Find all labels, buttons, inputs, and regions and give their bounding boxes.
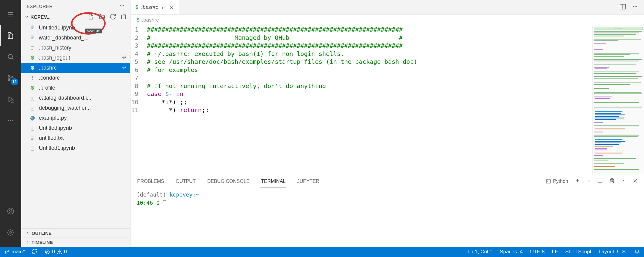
svg-rect-26 [31,27,34,28]
svg-rect-78 [594,82,641,83]
errors-warnings[interactable]: 0 0 [45,249,67,255]
svg-rect-58 [594,31,642,32]
file-item[interactable]: $.profile [21,83,130,93]
trash-icon[interactable] [609,178,615,185]
svg-rect-107 [594,155,603,156]
code-line-content: case $- in [147,90,183,98]
line-number: 2 [130,34,147,41]
file-type-icon [29,95,36,101]
more-actions-icon[interactable] [119,3,125,9]
run-debug-icon[interactable] [0,89,21,110]
indentation[interactable]: Spaces: 4 [500,249,523,255]
file-name: example.py [39,115,67,121]
file-item[interactable]: example.py [21,113,130,123]
svg-rect-93 [594,122,603,123]
terminal-selector[interactable]: Python [546,179,568,184]
svg-rect-112 [594,169,639,170]
split-terminal-icon[interactable] [597,178,603,185]
explorer-icon[interactable] [0,25,21,46]
svg-rect-88 [595,113,621,114]
file-item[interactable]: !.condarc [21,73,130,83]
timeline-section[interactable]: TIMELINE [21,238,130,247]
file-name: .bash_history [39,45,71,51]
tab-debug-console[interactable]: DEBUG CONSOLE [207,176,250,187]
svg-rect-69 [594,59,642,60]
error-icon [45,249,50,255]
svg-point-7 [12,77,13,78]
file-item[interactable]: untitled.txt [21,133,130,143]
account-icon[interactable] [0,200,21,222]
eol[interactable]: LF [552,249,558,255]
svg-rect-85 [594,102,639,103]
modified-arrow-icon [161,5,166,10]
close-panel-icon[interactable] [632,178,638,185]
file-item[interactable]: water_dashboard_... [21,33,130,43]
language-mode[interactable]: Shell Script [565,249,591,255]
folder-header[interactable]: KCPEV... [21,12,130,22]
svg-point-121 [5,253,6,254]
collapse-all-icon[interactable] [120,13,127,21]
file-item[interactable]: Untitled1.ipynb [21,23,130,33]
tab-problems[interactable]: PROBLEMS [137,176,165,187]
line-number: 1 [130,26,147,33]
more-tab-actions-icon[interactable] [632,4,638,11]
tab-terminal[interactable]: TERMINAL [260,176,286,187]
svg-point-18 [123,5,124,6]
svg-rect-102 [595,144,619,145]
new-file-icon[interactable] [88,13,94,21]
svg-rect-70 [594,61,639,62]
modified-arrow-icon [122,65,127,71]
file-name: .profile [39,85,55,91]
editor-tab-bashrc[interactable]: $ .bashrc [130,0,179,14]
menu-icon[interactable] [0,4,21,25]
close-icon[interactable] [169,5,174,10]
tab-bar: $ .bashrc [130,0,644,15]
breadcrumb[interactable]: $ .bashrc [130,15,644,26]
file-item[interactable]: $.bashrc [21,63,130,73]
more-icon[interactable] [0,110,21,131]
code-editor[interactable]: 1#######################################… [130,26,592,174]
file-type-icon [29,145,36,152]
svg-rect-63 [594,40,618,41]
sync-icon[interactable] [32,248,37,255]
minimap[interactable]: Managed by QHub [592,26,644,174]
notifications-icon[interactable] [634,248,640,255]
encoding[interactable]: UTF-8 [530,249,544,255]
line-number: 8 [130,82,147,90]
cursor-position[interactable]: Ln 1, Col 1 [468,249,493,255]
branch-indicator[interactable]: main* [4,249,25,255]
svg-point-16 [120,5,121,6]
svg-rect-86 [594,107,642,108]
file-type-icon [29,35,36,41]
svg-rect-98 [594,136,638,137]
new-folder-icon[interactable] [99,13,105,21]
svg-rect-62 [594,39,641,40]
svg-rect-71 [594,64,636,65]
svg-rect-34 [31,97,34,97]
file-item[interactable]: .bash_history [21,43,130,53]
tab-output[interactable]: OUTPUT [175,176,196,187]
file-item[interactable]: debugging_watcher... [21,103,130,113]
svg-rect-47 [31,148,34,148]
file-item[interactable]: Untitled1.ipynb [21,143,130,153]
source-control-icon[interactable]: 11 [0,67,21,89]
keyboard-layout[interactable]: Layout: U.S. [598,249,627,255]
chevron-up-icon[interactable] [622,179,626,184]
code-line-content: # ~/.bashrc: executed by bash(1) for non… [147,50,344,57]
chevron-down-icon[interactable] [587,179,591,184]
file-item[interactable]: $.bash_logout [21,53,130,63]
search-icon[interactable] [0,46,21,67]
file-item[interactable]: catalog-dashboard.i... [21,93,130,103]
refresh-icon[interactable] [110,13,116,21]
outline-section[interactable]: OUTLINE [21,228,130,238]
file-item[interactable]: Untitled.ipynb [21,123,130,133]
settings-gear-icon[interactable] [0,222,21,243]
code-line-content: *i*) ;; [147,98,187,106]
file-type-icon: $ [29,65,36,71]
split-editor-icon[interactable] [619,3,626,12]
sidebar-title: EXPLORER [27,4,119,9]
new-terminal-icon[interactable] [575,178,580,185]
tab-jupyter[interactable]: JUPYTER [297,176,320,187]
terminal[interactable]: (default) kcpevey:~ 10:46 $ [130,189,644,247]
line-number: 11 [130,106,147,114]
